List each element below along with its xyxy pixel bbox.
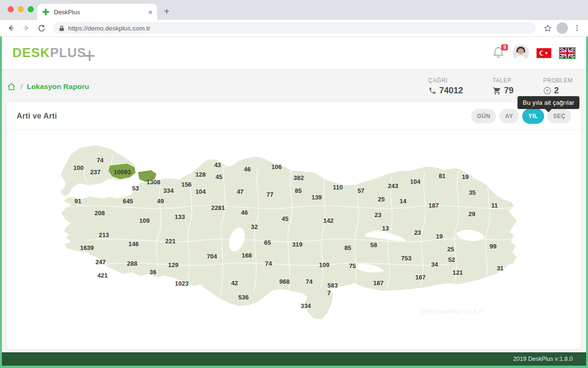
province-value: 243 (388, 182, 398, 189)
browser-tab[interactable]: DeskPlus × (37, 4, 157, 20)
province-value: 704 (207, 253, 217, 260)
province-value: 31 (497, 265, 503, 272)
province-value: 35 (469, 189, 476, 196)
province-value: 23 (414, 229, 421, 236)
user-avatar[interactable] (513, 45, 529, 61)
province-value: 100 (73, 164, 84, 171)
province-value: 106 (272, 163, 282, 170)
province-value: 645 (123, 197, 133, 204)
province-value: 34 (431, 261, 438, 268)
province-value: 45 (215, 173, 222, 180)
province-value: 168 (242, 252, 252, 259)
stat-label: ÇAĞRI (428, 77, 463, 84)
breadcrumb-current[interactable]: Lokasyon Raporu (27, 82, 89, 91)
province-value: 74 (265, 260, 272, 267)
province-value: 58 (370, 241, 377, 249)
province-value: 968 (279, 278, 290, 285)
province-value: 187 (428, 202, 439, 209)
province-value: 288 (127, 260, 138, 267)
province-value: 11 (491, 202, 498, 209)
province-value: 75 (349, 262, 356, 269)
province-value: 52 (448, 256, 455, 263)
stat-label: PROBLEM (543, 77, 573, 84)
stat-value-text: 74012 (439, 86, 463, 96)
filter-gun-button[interactable]: GÜN (471, 109, 496, 123)
notifications-button[interactable]: 9 (493, 46, 505, 60)
province-value: 43 (214, 161, 221, 169)
deskplus-logo[interactable]: DESKPLUS+ (12, 46, 96, 60)
province-value: 46 (241, 209, 248, 216)
svg-text:★: ★ (545, 51, 548, 55)
province-value: 213 (99, 231, 109, 238)
tooltip: Bu yıla ait çağrılar (517, 96, 579, 109)
province-value: 142 (323, 217, 334, 224)
province-value: 128 (195, 170, 206, 178)
province-value: 23 (375, 211, 381, 219)
window-zoom-button[interactable] (28, 6, 34, 12)
province-value: 109 (139, 217, 150, 224)
province-value: 47 (237, 188, 243, 195)
notification-badge: 9 (501, 44, 508, 50)
turkey-map[interactable]: 7410023710093130853334156128434546106382… (58, 140, 530, 338)
province-value: 85 (345, 244, 351, 251)
stat-problem: PROBLEM ? 2 (543, 77, 573, 96)
location-report-card: Arti ve Arti GÜN AY YIL SEÇ (7, 101, 581, 349)
province-value: 104 (195, 188, 206, 195)
province-value: 36 (150, 268, 156, 275)
province-value: 187 (373, 279, 384, 286)
breadcrumb-separator: / (20, 82, 22, 90)
filter-ay-button[interactable]: AY (499, 109, 519, 123)
url-bar[interactable]: https://demo.deskplus.com.tr (53, 22, 536, 34)
new-tab-button[interactable]: + (164, 6, 170, 20)
browser-tabstrip: DeskPlus × + (0, 0, 588, 20)
window-minimize-button[interactable] (18, 6, 24, 12)
province-value: 156 (181, 181, 192, 188)
province-value: 42 (231, 279, 238, 286)
province-value: 334 (163, 187, 174, 194)
filter-yil-button[interactable]: YIL (522, 109, 544, 124)
phone-icon (428, 87, 436, 95)
province-value: 421 (97, 272, 108, 279)
deskplus-app: DESKPLUS+ 9 (0, 37, 588, 368)
back-button[interactable] (5, 22, 17, 34)
bookmark-star-icon[interactable] (541, 22, 554, 34)
browser-profile-avatar[interactable] (557, 22, 568, 34)
cart-icon (493, 87, 501, 95)
province-value: 77 (266, 190, 273, 198)
window-close-button[interactable] (8, 6, 14, 12)
logo-part-plus-text: PLUS (50, 46, 86, 60)
forward-button[interactable] (20, 22, 32, 34)
province-value: 53 (132, 185, 139, 192)
province-value: 221 (165, 237, 176, 244)
browser-menu-icon[interactable] (571, 22, 583, 34)
province-value: 10093 (114, 168, 131, 175)
question-icon: ? (543, 87, 551, 95)
province-value: 13 (382, 224, 389, 231)
province-value: 583 (327, 282, 338, 289)
home-icon[interactable] (7, 82, 16, 91)
tab-title: DeskPlus (54, 9, 144, 16)
province-value: 110 (333, 183, 343, 190)
turkish-flag-button[interactable]: ★ (537, 48, 551, 58)
stats-summary: ÇAĞRI 74012 TALEP 79 PROBLEM (428, 77, 577, 96)
province-value: 2281 (211, 204, 225, 211)
province-value: 1308 (147, 179, 161, 186)
province-value: 81 (439, 172, 446, 179)
app-header: DESKPLUS+ 9 (2, 37, 586, 70)
province-value: 7 (327, 289, 331, 296)
footer-version-text: 2019 DeskPlus v:1.8.0 (513, 356, 573, 362)
english-flag-button[interactable] (559, 47, 576, 59)
province-value: 247 (95, 258, 106, 265)
stat-cagri: ÇAĞRI 74012 (428, 77, 463, 96)
province-value: 49 (157, 197, 164, 204)
tab-close-icon[interactable]: × (148, 8, 152, 16)
stat-value-text: 2 (554, 86, 559, 96)
svg-text:?: ? (546, 89, 548, 93)
province-value: 319 (292, 240, 303, 248)
window-controls[interactable] (8, 6, 34, 12)
province-value: 29 (468, 210, 475, 217)
province-value: 139 (312, 194, 322, 201)
province-value: 65 (264, 239, 271, 246)
card-header: Arti ve Arti GÜN AY YIL SEÇ (7, 102, 581, 130)
reload-button[interactable] (35, 22, 48, 34)
